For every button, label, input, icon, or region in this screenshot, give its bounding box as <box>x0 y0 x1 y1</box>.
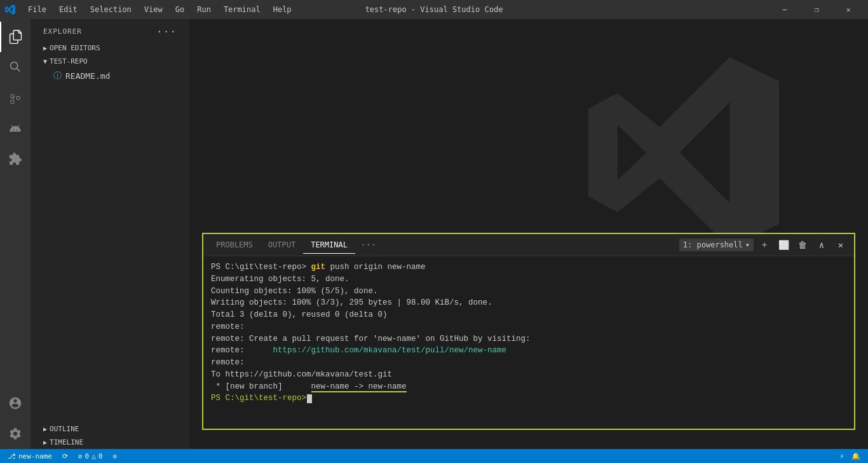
error-count: 0 <box>85 452 90 460</box>
new-terminal-button[interactable]: ＋ <box>756 237 773 253</box>
window-title: test-repo - Visual Studio Code <box>365 5 503 14</box>
explorer-title: EXPLORER <box>43 27 82 36</box>
sync-status[interactable]: ⟳ <box>60 452 71 460</box>
main-layout: EXPLORER ··· ▶ OPEN EDITORS ▼ TEST-REPO … <box>0 19 868 449</box>
timeline-section[interactable]: ▶ TIMELINE <box>31 436 189 449</box>
activity-bar <box>0 19 31 449</box>
vscode-watermark <box>563 51 804 254</box>
maximize-button[interactable]: ❐ <box>802 0 831 19</box>
terminal-prompt-line: PS C:\git\test-repo> <box>211 392 846 404</box>
activity-extensions[interactable] <box>0 144 31 174</box>
open-editors-section[interactable]: ▶ OPEN EDITORS <box>31 41 189 55</box>
activity-source-control[interactable] <box>0 83 31 113</box>
delete-terminal-button[interactable]: 🗑 <box>794 237 811 253</box>
terminal-more-icon[interactable]: ··· <box>355 240 381 250</box>
statusbar-right: ⚡ 🔔 <box>837 452 863 460</box>
terminal-line-3: Counting objects: 100% (5/5), done. <box>211 286 846 298</box>
activity-explorer[interactable] <box>0 22 31 52</box>
branch-icon: ⎇ <box>8 452 16 460</box>
terminal-panel: PROBLEMS OUTPUT TERMINAL ··· 1: powershe… <box>202 233 855 430</box>
activity-run-debug[interactable] <box>0 113 31 144</box>
errors-status[interactable]: ⊘ 0 △ 0 <box>76 452 105 460</box>
menu-view[interactable]: View <box>139 3 168 17</box>
branch-name: new-name <box>18 452 52 460</box>
menu-selection[interactable]: Selection <box>85 3 137 17</box>
activity-search[interactable] <box>0 52 31 83</box>
minimize-button[interactable]: ─ <box>770 0 799 19</box>
branch-status[interactable]: ⎇ new-name <box>5 452 55 460</box>
menu-terminal[interactable]: Terminal <box>219 3 266 17</box>
terminal-line-5: Total 3 (delta 0), reused 0 (delta 0) <box>211 309 846 321</box>
activity-accounts[interactable] <box>0 388 31 418</box>
terminal-line-8: remote: https://github.com/mkavana/test/… <box>211 345 846 357</box>
terminal-line-11: * [new branch] new-name -> new-name <box>211 381 846 393</box>
terminal-line-2: Enumerating objects: 5, done. <box>211 273 846 286</box>
notification-status[interactable]: 🔔 <box>849 452 863 460</box>
terminal-instance-label: 1: powershell <box>683 240 743 249</box>
tab-output[interactable]: OUTPUT <box>261 237 303 253</box>
readme-file-entry[interactable]: ⓘ README.md <box>31 68 189 83</box>
test-repo-label: TEST-REPO <box>50 57 88 66</box>
warning-count: 0 <box>98 452 103 460</box>
timeline-label: TIMELINE <box>50 438 83 446</box>
outline-label: OUTLINE <box>50 425 79 433</box>
sidebar-more-icon[interactable]: ··· <box>156 25 177 38</box>
dropdown-chevron-icon: ▾ <box>745 240 750 249</box>
remote-icon: ⚡ <box>839 452 844 460</box>
sidebar-header: EXPLORER ··· <box>31 19 189 41</box>
terminal-toolbar: 1: powershell ▾ ＋ ⬜ 🗑 ∧ ✕ <box>679 237 849 253</box>
titlebar-window-controls: ─ ❐ ✕ <box>770 0 863 19</box>
terminal-line-9: remote: <box>211 357 846 369</box>
menu-go[interactable]: Go <box>170 3 189 17</box>
history-icon: ⊙ <box>112 452 117 460</box>
terminal-cursor <box>307 394 312 403</box>
open-editors-chevron-icon: ▶ <box>43 45 47 52</box>
close-panel-button[interactable]: ✕ <box>832 237 849 253</box>
terminal-line-6: remote: <box>211 321 846 333</box>
readme-filename: README.md <box>65 71 110 81</box>
open-editors-label: OPEN EDITORS <box>50 44 100 52</box>
close-button[interactable]: ✕ <box>834 0 863 19</box>
notification-icon: 🔔 <box>851 452 860 460</box>
terminal-line-7: remote: Create a pull request for 'new-n… <box>211 333 846 345</box>
outline-chevron-icon: ▶ <box>43 425 47 432</box>
terminal-tab-bar: PROBLEMS OUTPUT TERMINAL ··· 1: powershe… <box>203 234 854 256</box>
terminal-line-10: To https://github.com/mkavana/test.git <box>211 369 846 381</box>
sync-icon: ⟳ <box>62 452 68 460</box>
timeline-chevron-icon: ▶ <box>43 439 47 446</box>
warning-icon: △ <box>92 452 96 460</box>
activity-settings[interactable] <box>0 418 31 449</box>
menu-help[interactable]: Help <box>268 3 297 17</box>
file-info-icon: ⓘ <box>53 70 62 81</box>
menu-file[interactable]: File <box>23 3 51 17</box>
sidebar: EXPLORER ··· ▶ OPEN EDITORS ▼ TEST-REPO … <box>31 19 189 449</box>
statusbar-left: ⎇ new-name ⟳ ⊘ 0 △ 0 ⊙ <box>5 452 119 460</box>
terminal-content[interactable]: PS C:\git\test-repo> git push origin new… <box>203 256 854 429</box>
tab-terminal[interactable]: TERMINAL <box>303 237 355 254</box>
history-status[interactable]: ⊙ <box>110 452 119 460</box>
terminal-instance-dropdown[interactable]: 1: powershell ▾ <box>679 238 754 251</box>
statusbar: ⎇ new-name ⟳ ⊘ 0 △ 0 ⊙ ⚡ 🔔 <box>0 449 868 463</box>
tab-problems[interactable]: PROBLEMS <box>208 237 261 253</box>
titlebar-left: File Edit Selection View Go Run Terminal… <box>5 3 297 17</box>
test-repo-section[interactable]: ▼ TEST-REPO <box>31 55 189 68</box>
error-icon: ⊘ <box>78 452 83 460</box>
menu-bar: File Edit Selection View Go Run Terminal… <box>23 3 297 17</box>
outline-section[interactable]: ▶ OUTLINE <box>31 422 189 436</box>
terminal-line-4: Writing objects: 100% (3/3), 295 bytes |… <box>211 297 846 309</box>
terminal-line-1: PS C:\git\test-repo> git push origin new… <box>211 261 846 273</box>
editor-area: PROBLEMS OUTPUT TERMINAL ··· 1: powershe… <box>189 19 868 449</box>
remote-status[interactable]: ⚡ <box>837 452 846 460</box>
split-terminal-button[interactable]: ⬜ <box>775 237 792 253</box>
menu-run[interactable]: Run <box>192 3 216 17</box>
menu-edit[interactable]: Edit <box>54 3 83 17</box>
titlebar: File Edit Selection View Go Run Terminal… <box>0 0 868 19</box>
vscode-logo-icon <box>5 4 15 15</box>
maximize-panel-button[interactable]: ∧ <box>813 237 830 253</box>
test-repo-chevron-icon: ▼ <box>43 58 47 65</box>
